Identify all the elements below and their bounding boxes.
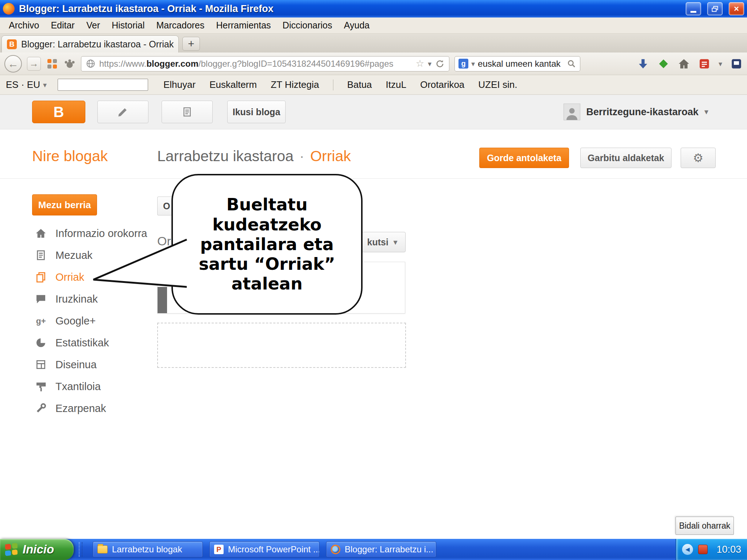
view-blog-button[interactable]: Ikusi bloga bbox=[227, 101, 286, 123]
task-folder-window[interactable]: Larrabetzu blogak bbox=[93, 541, 203, 557]
sidebar-nav: Informazio orokorra Mezuak Orriak Iruzki… bbox=[0, 222, 157, 419]
search-box[interactable]: g ▾ bbox=[454, 56, 580, 71]
pages-list-button[interactable] bbox=[162, 101, 213, 123]
magnifier-icon[interactable] bbox=[567, 59, 576, 69]
sidebar-item-label: Txantiloia bbox=[55, 381, 101, 393]
avatar bbox=[564, 104, 580, 120]
url-domain: blogger.com bbox=[146, 59, 198, 69]
grid-dot bbox=[53, 65, 57, 69]
blogger-logo-button[interactable]: B bbox=[32, 101, 85, 123]
template-icon bbox=[35, 381, 47, 392]
sidebar-item-pages[interactable]: Orriak bbox=[0, 266, 157, 288]
sidebar-item-googleplus[interactable]: g+ Google+ bbox=[0, 310, 157, 332]
menu-marcadores[interactable]: Marcadores bbox=[151, 18, 210, 33]
my-blogs-link[interactable]: Nire blogak bbox=[32, 148, 108, 165]
start-label: Inicio bbox=[23, 542, 54, 556]
sidebar-item-label: Diseinua bbox=[55, 359, 97, 371]
sidebar-item-template[interactable]: Txantiloia bbox=[0, 376, 157, 397]
close-button[interactable]: × bbox=[729, 2, 744, 15]
discard-changes-button[interactable]: Garbitu aldaketak bbox=[580, 148, 671, 168]
sidebar-item-label: Google+ bbox=[55, 315, 96, 327]
home-icon[interactable] bbox=[678, 58, 690, 70]
scrapbook-icon[interactable] bbox=[698, 58, 711, 70]
search-input[interactable] bbox=[478, 59, 564, 69]
menu-historial[interactable]: Historial bbox=[106, 18, 150, 33]
sidebar-item-overview[interactable]: Informazio orokorra bbox=[0, 222, 157, 244]
menu-ver[interactable]: Ver bbox=[81, 18, 106, 33]
minimize-icon bbox=[690, 11, 696, 13]
start-button[interactable]: Inicio bbox=[0, 539, 74, 560]
menu-bar: Archivo Editar Ver Historial Marcadores … bbox=[0, 18, 747, 34]
dict-link-euskalterm[interactable]: Euskalterm bbox=[209, 79, 257, 90]
dict-link-elhuyar[interactable]: Elhuyar bbox=[163, 79, 196, 90]
settings-gear-button[interactable]: ⚙ bbox=[681, 148, 716, 168]
sidebar-item-posts[interactable]: Mezuak bbox=[0, 244, 157, 266]
dict-link-uzei[interactable]: UZEI sin. bbox=[478, 79, 517, 90]
restore-button[interactable] bbox=[707, 2, 723, 15]
task-title: Microsoft PowerPoint ... bbox=[228, 544, 320, 555]
panel-icon[interactable] bbox=[730, 58, 743, 70]
addons-dropdown-icon[interactable]: ▾ bbox=[719, 59, 722, 68]
url-dropdown-icon[interactable]: ▾ bbox=[428, 59, 431, 68]
send-feedback-button[interactable]: Bidali oharrak bbox=[676, 517, 734, 535]
blogger-favicon: B bbox=[7, 39, 17, 49]
dict-link-orotarikoa[interactable]: Orotarikoa bbox=[420, 79, 464, 90]
back-button[interactable]: ← bbox=[4, 55, 22, 73]
divider bbox=[333, 79, 333, 90]
sidebar-item-comments[interactable]: Iruzkinak bbox=[0, 288, 157, 310]
task-powerpoint-window[interactable]: P Microsoft PowerPoint ... bbox=[209, 541, 320, 557]
sidebar-item-settings[interactable]: Ezarpenak bbox=[0, 397, 157, 419]
dict-link-batua[interactable]: Batua bbox=[347, 79, 372, 90]
url-bar[interactable]: https://www.blogger.com/blogger.g?blogID… bbox=[81, 56, 449, 71]
task-firefox-window[interactable]: Blogger: Larrabetzu i... bbox=[326, 541, 436, 557]
quick-launch-grip[interactable] bbox=[79, 542, 82, 557]
addon-paw-icon[interactable] bbox=[63, 58, 76, 70]
save-arrangement-button[interactable]: Gorde antolaketa bbox=[479, 148, 569, 168]
sidebar-item-label: Estatistikak bbox=[55, 337, 109, 349]
clock: 10:03 bbox=[716, 544, 741, 555]
menu-diccionarios[interactable]: Diccionarios bbox=[277, 18, 338, 33]
bookmark-star-icon[interactable]: ☆ bbox=[416, 58, 424, 69]
page-title: Larrabetzu ikastaroa·Orriak bbox=[157, 148, 351, 165]
menu-ayuda[interactable]: Ayuda bbox=[338, 18, 375, 33]
menu-editar[interactable]: Editar bbox=[45, 18, 80, 33]
pencil-icon bbox=[117, 106, 128, 117]
speed-dial-icon[interactable] bbox=[46, 58, 58, 70]
hide-tray-icons-button[interactable]: ◀ bbox=[682, 544, 693, 555]
breadcrumb-dot: · bbox=[299, 148, 305, 164]
flashgot-icon[interactable] bbox=[657, 58, 670, 70]
menu-archivo[interactable]: Archivo bbox=[3, 18, 45, 33]
menu-herramientas[interactable]: Herramientas bbox=[210, 18, 277, 33]
tab-title: Blogger: Larrabetzu ikastaroa - Orriak bbox=[21, 39, 174, 50]
sidebar-item-stats[interactable]: Estatistikak bbox=[0, 332, 157, 354]
drag-handle[interactable] bbox=[158, 287, 167, 313]
account-menu[interactable]: Berritzegune-ikastaroak ▾ bbox=[564, 104, 708, 120]
dict-link-itzul[interactable]: ItzuL bbox=[386, 79, 406, 90]
globe-icon bbox=[86, 59, 96, 69]
grid-dot bbox=[47, 59, 51, 63]
minimize-button[interactable] bbox=[686, 2, 701, 15]
tab-blogger[interactable]: B Blogger: Larrabetzu ikastaroa - Orriak bbox=[1, 35, 179, 52]
search-engine-dropdown-icon[interactable]: ▾ bbox=[471, 59, 475, 68]
sidebar-item-label: Iruzkinak bbox=[55, 293, 98, 305]
navigation-toolbar: ← → https://www.blogger.com/blogger.g?bl… bbox=[0, 52, 747, 75]
reload-icon[interactable] bbox=[435, 59, 445, 69]
screen: Blogger: Larrabetzu ikastaroa - Orriak -… bbox=[0, 0, 747, 560]
dict-link-zthiztegia[interactable]: ZT Hiztegia bbox=[271, 79, 319, 90]
new-tab-button[interactable]: + bbox=[182, 37, 200, 51]
firefox-icon bbox=[331, 545, 340, 554]
flag-pane bbox=[12, 549, 18, 555]
forward-button[interactable]: → bbox=[27, 57, 41, 71]
grid-dot bbox=[53, 59, 57, 63]
download-icon[interactable] bbox=[637, 58, 649, 70]
system-tray: ◀ 10:03 bbox=[676, 539, 747, 560]
sidebar-item-layout[interactable]: Diseinua bbox=[0, 354, 157, 376]
dictionary-search-input[interactable] bbox=[58, 79, 148, 91]
sidebar-item-label: Informazio orokorra bbox=[55, 228, 147, 240]
close-icon: × bbox=[734, 4, 739, 14]
tray-notification-icon[interactable] bbox=[698, 545, 708, 554]
google-icon[interactable]: g bbox=[458, 59, 468, 69]
language-selector[interactable]: ES · EU▾ bbox=[6, 79, 47, 90]
new-post-button[interactable]: Mezu berria bbox=[32, 194, 97, 215]
compose-button[interactable] bbox=[97, 101, 148, 123]
